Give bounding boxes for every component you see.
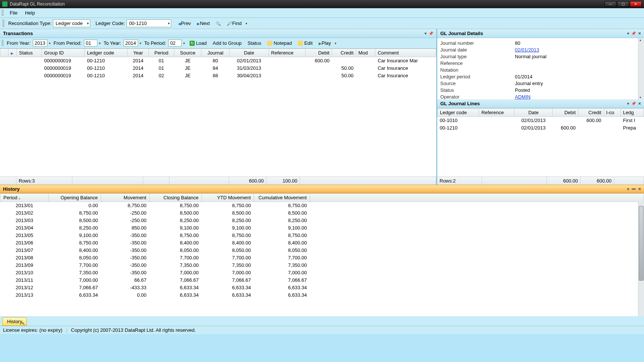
minimize-button[interactable]: —	[604, 1, 616, 7]
col-journal[interactable]: Journal	[201, 49, 229, 57]
status-button[interactable]: Status	[245, 40, 263, 47]
check-column[interactable]	[0, 49, 9, 57]
close-icon[interactable]: ✕	[638, 187, 641, 191]
close-icon[interactable]: ✕	[638, 31, 641, 35]
col-debit[interactable]: Debit	[306, 49, 332, 57]
add-to-group-button[interactable]: Add to Group	[210, 40, 244, 47]
refresh-icon	[190, 41, 195, 46]
next-button[interactable]: Next	[195, 20, 212, 27]
col-ytd[interactable]: YTD Movement	[202, 194, 254, 202]
search-button[interactable]	[213, 20, 223, 27]
history-tab[interactable]: History↖	[2, 317, 27, 326]
col-ledg[interactable]: Ledg	[620, 109, 644, 117]
dropdown-icon[interactable]: ▾	[246, 22, 247, 25]
col-cum[interactable]: Cumulative Movement	[254, 194, 310, 202]
col-period[interactable]: Period	[3, 195, 18, 200]
transactions-title: Transactions	[3, 31, 33, 36]
pin-icon[interactable]: ➖	[631, 187, 636, 191]
table-row[interactable]: 2013/059,100.00-350.008,750.008,750.008,…	[0, 232, 644, 239]
col-credit[interactable]: Credit	[332, 49, 356, 57]
maximize-button[interactable]: ▢	[617, 1, 629, 7]
prev-button[interactable]: Prev	[176, 20, 193, 27]
search-icon	[216, 21, 221, 26]
dropdown-icon[interactable]: ▾	[627, 187, 629, 191]
pin-icon[interactable]: 📌	[429, 31, 433, 35]
col-date[interactable]: Date	[229, 49, 269, 57]
col-status[interactable]: Status	[17, 49, 42, 57]
table-row[interactable]: 2013/127,066.67-433.336,633.346,633.346,…	[0, 284, 644, 291]
play-button[interactable]: Play	[316, 40, 333, 47]
col-source[interactable]: Source	[174, 49, 201, 57]
table-row[interactable]: 2013/097,700.00-350.007,350.007,350.007,…	[0, 262, 644, 269]
col-period[interactable]: Period	[149, 49, 174, 57]
dropdown-icon[interactable]: ▾	[425, 31, 426, 35]
table-row[interactable]: 00-121002/01/2013600.00Prepa	[438, 124, 644, 132]
menu-file[interactable]: File	[6, 9, 21, 17]
main-toolbar: Reconciliation Type: Ledger code Ledger …	[0, 18, 644, 29]
table-row[interactable]: 2013/088,050.00-350.007,700.007,700.007,…	[0, 254, 644, 262]
from-period-input[interactable]: 01	[84, 40, 97, 47]
to-year-input[interactable]: 2014	[124, 40, 138, 47]
notepad-button[interactable]: Notepad	[265, 40, 294, 47]
from-year-label: From Year:	[7, 40, 31, 46]
col-open[interactable]: Opening Balance	[49, 194, 101, 202]
footer-debit: 600.00	[249, 178, 264, 184]
notepad-icon	[267, 41, 272, 46]
close-icon[interactable]: ✕	[638, 102, 641, 106]
dropdown-icon[interactable]: ▾	[627, 102, 629, 106]
col-comment[interactable]: Comment	[375, 49, 436, 57]
play-column[interactable]	[9, 49, 17, 57]
col-credit[interactable]: Credit	[578, 109, 604, 117]
dropdown-icon[interactable]: ▾	[335, 41, 337, 45]
table-row[interactable]: 2013/028,750.00-250.008,500.008,500.008,…	[0, 209, 644, 217]
scrollbar[interactable]	[638, 38, 644, 99]
load-button[interactable]: Load	[187, 40, 209, 47]
history-tabs: History↖	[0, 316, 644, 326]
col-move[interactable]: Movement	[101, 194, 150, 202]
table-row[interactable]: 2013/048,250.00850.009,100.009,100.009,1…	[0, 224, 644, 232]
edit-button[interactable]: Edit	[296, 40, 315, 47]
pin-icon[interactable]: 📌	[631, 31, 636, 35]
table-row[interactable]: 2013/136,633.340.006,633.346,633.346,633…	[0, 291, 644, 299]
pin-icon[interactable]: 📌	[631, 102, 636, 106]
to-year-label: To Year:	[104, 40, 121, 46]
to-period-input[interactable]: 02	[168, 40, 182, 47]
table-row[interactable]: 000000001900-1210201401JE8002/01/2013600…	[0, 57, 436, 65]
table-row[interactable]: 000000001900-1210201401JE8431/03/201350.…	[0, 65, 436, 72]
detail-row: Notation	[440, 66, 641, 73]
ledger-code-select[interactable]: 00-1210	[126, 19, 171, 27]
col-mod[interactable]: Mod	[356, 49, 375, 57]
find-button[interactable]: Find	[225, 20, 244, 27]
col-close[interactable]: Closing Balance	[150, 194, 202, 202]
table-row[interactable]: 2013/078,400.00-350.008,050.008,050.008,…	[0, 247, 644, 254]
col-debit[interactable]: Debit	[553, 109, 578, 117]
col-reference[interactable]: Reference	[479, 109, 515, 117]
dropdown-icon[interactable]: ▾	[627, 31, 629, 35]
col-ledger[interactable]: Ledger code	[438, 109, 479, 117]
col-date[interactable]: Date	[515, 109, 553, 117]
col-group[interactable]: Group ID	[42, 49, 85, 57]
play-icon	[319, 40, 322, 46]
from-year-input[interactable]: 2013	[33, 40, 47, 47]
lines-grid[interactable]: Ledger code Reference Date Debit Credit …	[437, 108, 644, 132]
col-year[interactable]: Year	[128, 49, 149, 57]
col-ledger[interactable]: Ledger code	[85, 49, 128, 57]
table-row[interactable]: 2013/107,350.00-350.007,000.007,000.007,…	[0, 269, 644, 277]
menu-help[interactable]: Help	[21, 9, 39, 17]
table-row[interactable]: 000000001900-1210201402JE8830/04/201350.…	[0, 72, 436, 79]
table-row[interactable]: 2013/068,750.00-350.008,400.008,400.008,…	[0, 239, 644, 247]
history-grid[interactable]: Period ▴ Opening Balance Movement Closin…	[0, 193, 644, 316]
table-row[interactable]: 00-101002/01/2013600.00First I	[438, 117, 644, 124]
table-row[interactable]: 2013/038,500.00-250.008,250.008,250.008,…	[0, 217, 644, 224]
col-ico[interactable]: I-co	[604, 109, 620, 117]
transactions-grid[interactable]: Status Group ID Ledger code Year Period …	[0, 49, 436, 79]
table-row[interactable]: 2013/117,000.0066.677,066.677,066.677,06…	[0, 277, 644, 284]
history-title: History	[3, 186, 20, 192]
menubar: File Help	[0, 8, 644, 18]
table-row[interactable]: 2013/010.008,750.008,750.008,750.008,750…	[0, 202, 644, 209]
col-reference[interactable]: Reference	[269, 49, 305, 57]
scrollbar[interactable]	[638, 202, 644, 316]
recon-type-select[interactable]: Ledger code	[53, 19, 90, 27]
close-button[interactable]: ✕	[630, 1, 642, 7]
footer-debit: 600.00	[563, 178, 578, 184]
